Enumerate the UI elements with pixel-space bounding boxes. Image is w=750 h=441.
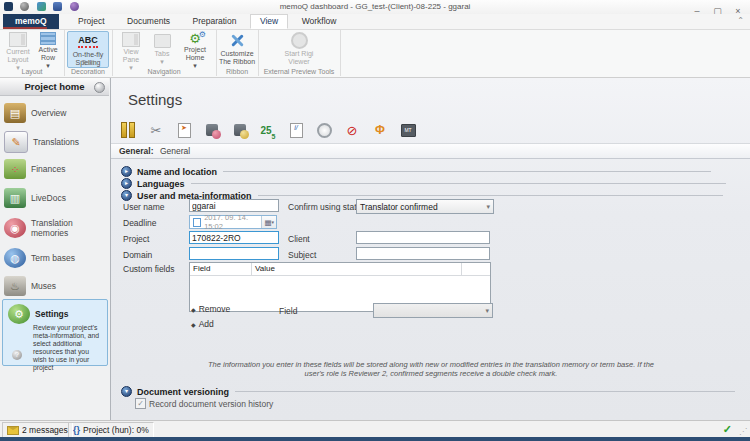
confirm-using-status-label: Confirm using status (288, 202, 365, 212)
project-label: Project (123, 234, 149, 244)
sidebar-item-translation-memories[interactable]: ◉ Translation memories (4, 215, 106, 241)
sidebar-header: Project home (0, 78, 109, 96)
auto-translation-rules-icon[interactable]: 255 (257, 120, 279, 140)
ribbon-group-layout: Current Layout ▾ Active Row ▾ Layout (0, 30, 65, 76)
sidebar-item-translations[interactable]: ✎ Translations (4, 129, 106, 155)
sidebar-item-term-bases[interactable]: ◍ Term bases (4, 245, 106, 271)
customize-ribbon-button[interactable]: Customize The Ribbon (218, 31, 256, 66)
settings-description: Review your project's meta-information, … (33, 324, 103, 372)
export-path-rules-icon[interactable]: i/ (285, 120, 307, 140)
font-substitution-icon[interactable]: Φ (369, 120, 391, 140)
group-label-ribbon: Ribbon (216, 67, 258, 76)
tm-settings-icon[interactable] (201, 120, 223, 140)
start-rigi-viewer-button: Start Rigi Viewer (277, 31, 321, 66)
window-title: memoQ dashboard - GG_test-(Client)-08-22… (0, 2, 750, 11)
view-pane-icon (122, 32, 140, 47)
view-pane-label: View Pane (115, 48, 147, 64)
user-name-label: User name (123, 202, 165, 212)
tab-preparation[interactable]: Preparation (183, 14, 245, 29)
field-select[interactable]: ▾ (373, 303, 493, 318)
category-bar: General: General (111, 143, 750, 159)
sidebar-pin-icon[interactable] (94, 82, 105, 93)
collapse-icon[interactable]: ▾ (121, 190, 132, 201)
sidebar-item-finances[interactable]: ⁘ Finances (4, 156, 106, 182)
remove-button[interactable]: ◆ Remove (191, 304, 230, 314)
group-label-layout: Layout (0, 67, 64, 76)
deadline-checkbox[interactable] (193, 218, 201, 227)
section-name-and-location[interactable]: ▸ Name and location (121, 166, 711, 177)
mt-settings-icon[interactable]: MT (397, 120, 419, 140)
custom-fields-header: Field Value (190, 263, 490, 276)
client-label: Client (288, 234, 310, 244)
domain-label: Domain (123, 250, 152, 260)
rigi-viewer-label: Start Rigi Viewer (277, 50, 321, 66)
active-row-button[interactable]: Active Row ▾ (34, 31, 62, 66)
tab-view[interactable]: View (250, 14, 288, 29)
subject-input[interactable] (356, 247, 490, 260)
sidebar-item-overview[interactable]: ▤ Overview (4, 100, 106, 126)
qa-settings-icon[interactable]: ➤ (173, 120, 195, 140)
collapse-ribbon-icon[interactable]: ⌃ (737, 16, 744, 25)
sidebar-item-muses[interactable]: ♨ Muses (4, 273, 106, 299)
expand-icon[interactable]: ▸ (121, 166, 132, 177)
collapse-icon[interactable]: ▾ (121, 386, 132, 397)
project-home-sidebar: Project home ▤ Overview ✎ Translations ⁘… (0, 78, 111, 420)
category-value: General (160, 146, 190, 156)
current-layout-button: Current Layout ▾ (2, 31, 34, 66)
sync-icon: {} (73, 425, 80, 435)
ribbon-group-ribbon: Customize The Ribbon Ribbon (216, 30, 259, 76)
confirm-using-status-select[interactable]: Translator confirmed ▾ (356, 199, 494, 214)
tab-workflow[interactable]: Workflow (293, 14, 346, 29)
section-document-versioning[interactable]: ▾ Document versioning (121, 386, 735, 397)
livedocs-settings-icon[interactable] (229, 120, 251, 140)
record-version-history-checkbox: ✓ (135, 398, 146, 409)
window-bottom-edge (0, 437, 750, 441)
subject-label: Subject (288, 250, 316, 260)
segmentation-rules-icon[interactable]: ✂ (145, 120, 167, 140)
translations-icon: ✎ (4, 131, 28, 153)
brand-accent-line (3, 27, 47, 29)
group-label-external-preview: External Preview Tools (258, 67, 340, 76)
tab-project[interactable]: Project (69, 14, 113, 29)
muses-icon: ♨ (4, 276, 26, 296)
messages-status[interactable]: 2 messages (2, 422, 73, 438)
project-progress-status[interactable]: {} Project (hun): 0% (68, 422, 154, 438)
general-icon[interactable] (117, 120, 139, 140)
ribbon-tab-bar: memoQ Project Documents Preparation View… (0, 14, 750, 30)
column-value[interactable]: Value (252, 263, 462, 275)
tabs-button: Tabs ▾ (149, 31, 175, 66)
customize-ribbon-label: Customize The Ribbon (218, 50, 256, 66)
keyboard-shortcuts-icon[interactable] (313, 120, 335, 140)
tabs-icon (154, 32, 171, 49)
group-label-text-decoration: Text Decoration (64, 58, 112, 76)
record-version-history-label: Record document version history (149, 399, 273, 409)
help-icon: ? (12, 350, 22, 360)
domain-input[interactable] (189, 247, 279, 260)
client-input[interactable] (356, 231, 490, 244)
sidebar-item-settings[interactable]: ⚙ Settings Review your project's meta-in… (2, 299, 108, 366)
project-home-button[interactable]: ⚙⚙ Project Home ▾ (177, 31, 213, 66)
group-label-navigation: Navigation (112, 67, 216, 76)
project-input[interactable] (189, 231, 279, 244)
customize-ribbon-icon (230, 32, 245, 49)
resize-grip[interactable]: ⋰ (739, 427, 748, 436)
ignore-lists-icon[interactable]: ⊘ (341, 120, 363, 140)
add-button[interactable]: ◆ Add (191, 319, 214, 329)
translation-memories-icon: ◉ (4, 218, 26, 238)
settings-pane: Settings ✂ ➤ 255 i/ ⊘ Φ MT General: Gene… (111, 78, 750, 420)
calendar-icon[interactable]: ▦▾ (261, 216, 276, 228)
deadline-label: Deadline (123, 218, 157, 228)
active-row-label: Active Row (34, 46, 62, 62)
sidebar-item-livedocs[interactable]: ▥ LiveDocs (4, 185, 106, 211)
tab-documents[interactable]: Documents (118, 14, 179, 29)
column-field[interactable]: Field (190, 263, 252, 275)
custom-fields-label: Custom fields (123, 264, 175, 274)
ribbon: Current Layout ▾ Active Row ▾ Layout ABC… (0, 30, 750, 78)
section-languages[interactable]: ▸ Languages (121, 178, 726, 189)
ribbon-group-external-preview: Start Rigi Viewer External Preview Tools (258, 30, 341, 76)
settings-category-toolbar: ✂ ➤ 255 i/ ⊘ Φ MT (117, 119, 419, 141)
user-name-input[interactable] (189, 199, 279, 212)
deadline-datepicker[interactable]: 2017. 09. 14. 15:02 ▦▾ (189, 215, 277, 229)
page-title: Settings (128, 91, 182, 108)
expand-icon[interactable]: ▸ (121, 178, 132, 189)
